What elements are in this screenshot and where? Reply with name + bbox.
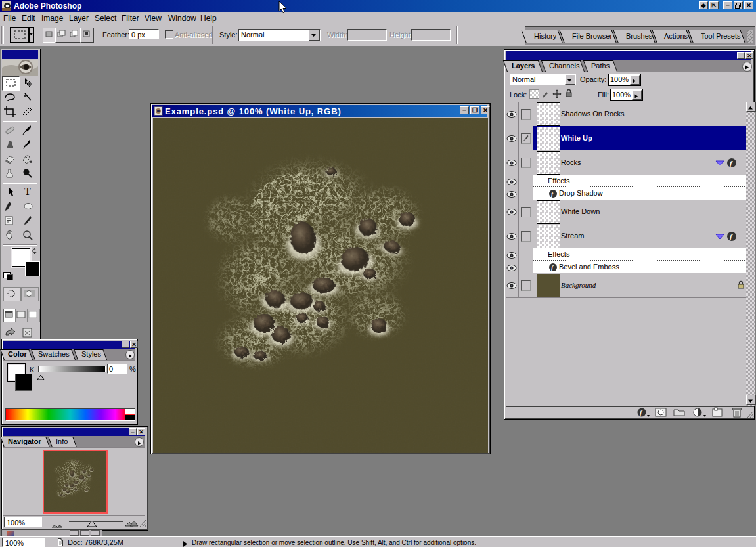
svg-text:T: T (24, 186, 31, 197)
